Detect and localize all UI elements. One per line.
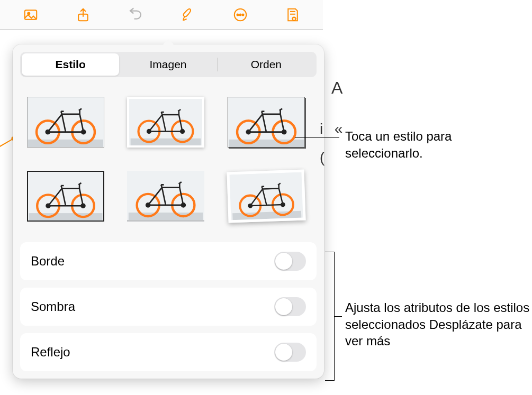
- style-option-3[interactable]: [224, 93, 309, 151]
- svg-point-4: [237, 14, 238, 15]
- annotations-layer: A i « ( Toca un estilo para seleccionarl…: [323, 30, 532, 395]
- callout-bracket: [325, 252, 335, 381]
- style-options-list: Borde Sombra Reflejo: [20, 242, 317, 371]
- option-sombra: Sombra: [20, 288, 317, 326]
- share-icon[interactable]: [71, 3, 95, 26]
- style-option-5[interactable]: [123, 167, 208, 225]
- document-area: Estilo Imagen Orden: [0, 30, 323, 395]
- background-text: A: [331, 78, 342, 98]
- style-option-2[interactable]: [123, 93, 208, 151]
- format-brush-icon[interactable]: [176, 3, 200, 26]
- callout-leader-line: [295, 137, 339, 138]
- format-panel: Estilo Imagen Orden: [13, 44, 324, 379]
- style-grid: [20, 93, 317, 225]
- option-reflejo: Reflejo: [20, 333, 317, 371]
- undo-icon[interactable]: [124, 3, 147, 26]
- callout-text-attributes: Ajusta los atributos de los estilos sele…: [345, 299, 530, 350]
- style-option-1[interactable]: [23, 93, 108, 151]
- document-view-icon[interactable]: [281, 3, 304, 26]
- toggle-sombra[interactable]: [274, 297, 306, 316]
- option-label: Reflejo: [31, 345, 70, 360]
- svg-point-6: [242, 14, 244, 15]
- app-toolbar: [0, 0, 323, 30]
- tab-orden[interactable]: Orden: [218, 53, 315, 76]
- tab-estilo[interactable]: Estilo: [22, 53, 119, 76]
- style-option-4[interactable]: [23, 167, 108, 225]
- tab-bar: Estilo Imagen Orden: [20, 52, 317, 77]
- background-text: i «: [320, 121, 344, 137]
- background-text: (: [320, 149, 324, 166]
- toggle-reflejo[interactable]: [274, 343, 306, 362]
- callout-text-style: Toca un estilo para seleccionarlo.: [345, 128, 532, 161]
- media-icon[interactable]: [19, 3, 42, 26]
- option-label: Sombra: [31, 299, 75, 314]
- option-label: Borde: [31, 254, 65, 269]
- style-option-6[interactable]: [223, 166, 310, 227]
- option-borde: Borde: [20, 242, 317, 280]
- svg-point-5: [239, 14, 241, 15]
- selection-handle[interactable]: [0, 138, 14, 149]
- more-icon[interactable]: [229, 3, 252, 26]
- toggle-borde[interactable]: [274, 252, 306, 271]
- tab-imagen[interactable]: Imagen: [119, 53, 217, 76]
